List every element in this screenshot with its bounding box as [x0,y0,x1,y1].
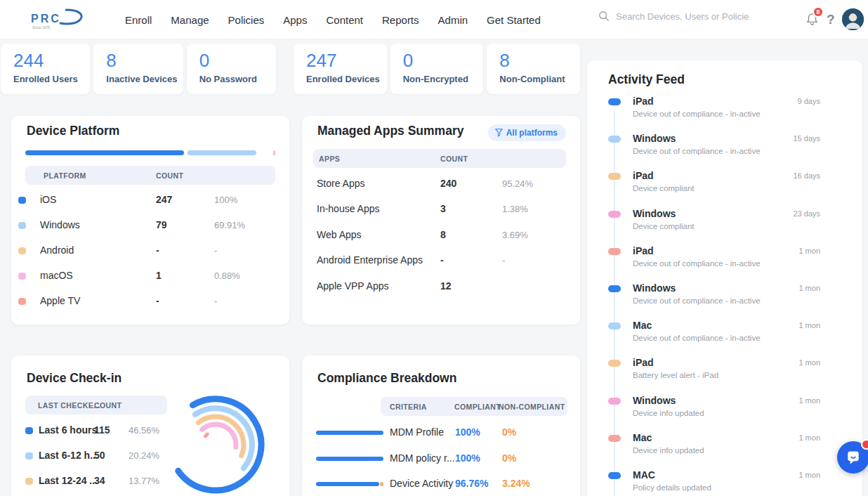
stat-inactive-devices[interactable]: 8 Inactive Devices [93,44,183,94]
criteria-name: MDM Profile [390,426,444,438]
notifications-button[interactable]: 8 [805,11,822,28]
table-row: MDM Profile 100% 0% [302,420,580,446]
prc-logo-graphic: PRC Since 1975 [24,6,88,33]
feed-item[interactable]: iPad Device out of compliance - in-activ… [587,89,862,126]
bar-compliant [316,457,383,461]
checkin-count: 50 [94,450,105,461]
compliance-bar [316,431,383,435]
stat-non-compliant[interactable]: 8 Non-Compliant [487,44,580,94]
feed-item[interactable]: iPad Battery level alert - iPad 1 mon [587,350,862,387]
chat-widget-button[interactable] [837,441,868,474]
feed-marker [608,285,621,292]
feed-item[interactable]: Windows Device out of compliance - in-ac… [587,126,862,163]
stat-value: 8 [499,50,574,72]
checkin-percent: 46.56% [129,425,159,436]
platform-color-dot [18,273,26,280]
search-input[interactable] [616,11,749,22]
platform-color-dot [18,247,26,254]
app-percent: 95.24% [502,178,533,189]
nav-item-apps[interactable]: Apps [283,14,307,26]
feed-timestamp: 1 mon [798,471,820,479]
feed-item[interactable]: iPad Device out of compliance - in-activ… [587,238,862,275]
feed-device-name: iPad [633,170,654,181]
feed-device-name: Mac [633,432,652,443]
stat-enrolled-users[interactable]: 244 Enrolled Users [1,44,90,94]
col-apps: APPS [319,155,340,163]
nav-item-manage[interactable]: Manage [171,14,209,26]
app-count: 12 [440,280,452,292]
checkin-color-dot [25,452,33,459]
col-compliant: COMPLIANT [454,403,501,411]
feed-item[interactable]: Mac Device info updated 1 mon [587,425,862,462]
stat-label: Non-Compliant [499,74,574,84]
platform-percent: - [214,245,217,256]
feed-device-name: iPad [633,96,654,107]
nav-item-content[interactable]: Content [326,14,363,26]
feed-timestamp: 1 mon [798,433,820,442]
app-type: Android Enterprise Apps [317,254,423,266]
compliant-value: 100% [455,426,480,438]
stat-non-encrypted[interactable]: 0 Non-Encrypted [390,44,484,94]
platform-filter-chip[interactable]: All platforms [488,124,566,141]
stat-no-password[interactable]: 0 No Password [187,44,276,94]
compliance-title: Compliance Breakdown [317,371,456,386]
table-row: Store Apps 240 95.24% [302,171,580,197]
feed-timestamp: 1 mon [798,247,820,255]
help-button[interactable]: ? [827,12,835,27]
platform-table: iOS 247 100% Windows 79 69.91% Android -… [11,188,289,314]
platform-percent: 69.91% [214,220,245,230]
compliant-value: 100% [455,452,480,464]
user-stats-group: 244 Enrolled Users 8 Inactive Devices 0 … [1,44,276,94]
prc-logo[interactable]: PRC Since 1975 [24,6,88,36]
feed-detail: Device compliant [633,184,695,192]
col-non-compliant: NON-COMPLIANT [499,403,565,411]
table-row: Android Enterprise Apps - - [302,248,580,273]
platform-count: 247 [156,194,172,205]
checkin-range: Last 6 hours [39,424,97,436]
stat-enrolled-devices[interactable]: 247 Enrolled Devices [294,44,387,94]
feed-marker [608,360,621,367]
avatar-illustration [842,8,864,30]
feed-item[interactable]: MAC Policy details updated 1 mon [587,462,862,496]
feed-timestamp: 1 mon [798,396,820,405]
feed-device-name: MAC [633,469,655,481]
compliant-value: 96.76% [455,478,488,489]
app-type: Store Apps [317,178,365,189]
nav-item-admin[interactable]: Admin [438,14,468,26]
table-row: iOS 247 100% [11,188,289,213]
app-type: In-house Apps [317,203,380,214]
app-type: Web Apps [317,229,362,240]
col-count: COUNT [440,155,468,163]
stat-label: Non-Encrypted [403,74,478,84]
feed-detail: Device out of compliance - in-active [633,296,761,305]
platform-count: - [156,295,159,306]
feed-item[interactable]: iPad Device compliant 16 days [587,163,862,200]
feed-device-name: Windows [633,282,676,294]
chat-notification-dot [861,439,868,450]
criteria-name: MDM policy r... [390,452,455,464]
feed-device-name: iPad [633,357,654,368]
feed-items-list: iPad Device out of compliance - in-activ… [587,89,862,496]
stat-value: 8 [106,50,177,72]
platform-count: - [156,244,159,256]
checkin-color-dot [25,478,33,485]
stat-label: Inactive Devices [106,74,177,84]
table-row: Web Apps 8 3.69% [302,223,580,248]
nav-item-policies[interactable]: Policies [228,14,265,26]
activity-feed-title: Activity Feed [608,72,685,87]
feed-item[interactable]: Windows Device info updated 1 mon [587,388,862,425]
feed-item[interactable]: Mac Device out of compliance - in-active… [587,313,862,350]
nav-item-enroll[interactable]: Enroll [125,14,152,26]
nav-item-reports[interactable]: Reports [382,14,419,26]
nav-item-get-started[interactable]: Get Started [487,14,541,26]
feed-item[interactable]: Windows Device compliant 23 days [587,201,862,238]
bar-segment-ios [25,150,184,155]
user-avatar[interactable] [842,8,864,30]
checkin-count: 34 [94,475,105,486]
feed-item[interactable]: Windows Device out of compliance - in-ac… [587,275,862,313]
device-checkin-title: Device Check-in [27,371,121,386]
feed-marker [608,248,621,255]
stat-value: 247 [306,50,381,72]
feed-marker [608,398,621,405]
chat-bubble-icon [845,449,862,466]
